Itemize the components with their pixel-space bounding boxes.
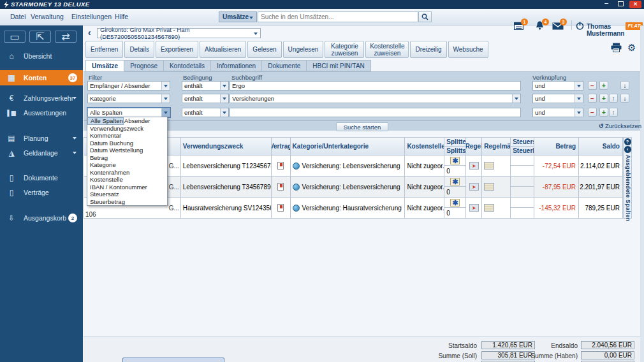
transfer-shortcut-button[interactable]: ⇱ (29, 31, 51, 43)
search-input[interactable] (258, 11, 418, 22)
dropdown-option[interactable]: Datum Buchung (87, 140, 167, 147)
sidebar-item-geldanlage[interactable]: ◮ Geldanlage (0, 147, 83, 159)
sidebar-item-vertraege[interactable]: ▯ Verträge (0, 186, 83, 199)
cell-regelmaessig[interactable] (482, 156, 511, 177)
move-up-button-3[interactable]: ↑ (609, 108, 618, 117)
kostenstelle-zuweisen-button[interactable]: Kostenstelle zuweisen (365, 41, 409, 58)
close-button[interactable]: ✕ (629, 1, 641, 8)
sidebar-item-auswertungen[interactable]: ▌▆ Auswertungen (0, 106, 83, 119)
sidebar-item-dokumente[interactable]: ▯ Dokumente (0, 171, 83, 184)
cell-vertrag[interactable] (272, 156, 291, 177)
filter-term-combobox-2[interactable]: Versicherungen (230, 94, 521, 103)
remove-filter-row-button-3[interactable]: − (588, 108, 597, 117)
add-filter-row-button-3[interactable]: + (599, 108, 608, 117)
filter-term-input-3[interactable] (230, 108, 521, 117)
filter-condition-select-3[interactable]: enthält (182, 108, 229, 117)
suche-starten-button[interactable]: Suche starten (336, 122, 388, 131)
remove-filter-row-button-1[interactable]: − (588, 81, 597, 90)
sidebar-item-planung[interactable]: ▤ Planung (0, 132, 83, 145)
sidebar-item-uebersicht[interactable]: ⌂ Übersicht (0, 50, 83, 62)
col-header-saldo[interactable]: Saldo (579, 138, 623, 156)
filter-link-select-1[interactable]: und (532, 81, 583, 90)
cell-regel[interactable]: ➤ (466, 156, 482, 177)
websuche-button[interactable]: Websuche (448, 41, 488, 58)
kategorie-zuweisen-button[interactable]: Kategorie zuweisen (325, 41, 364, 58)
col-header-vertrag[interactable]: Vertrag (272, 138, 291, 156)
cell-regel[interactable]: ➤ (466, 177, 482, 198)
entfernen-button[interactable]: Entfernen (85, 41, 123, 58)
col-header-kategorie[interactable]: Kategorie/Unterkategorie (291, 138, 406, 156)
filter-link-select-2[interactable]: und (532, 94, 583, 103)
print-icon[interactable] (611, 43, 622, 52)
filter-term-input-1[interactable] (230, 81, 521, 90)
move-down-button-1[interactable]: ↓ (620, 81, 629, 90)
dropdown-option[interactable]: Kontenrahmen (87, 169, 167, 177)
col-header-splitten[interactable]: SplittenSplitts (444, 138, 466, 156)
dropdown-option[interactable]: IBAN / Kontonummer (87, 184, 167, 191)
cell-regel[interactable]: ➤ (466, 198, 482, 219)
filter-field-select-2[interactable]: Kategorie (87, 94, 170, 103)
menu-hilfe[interactable]: Hilfe (115, 13, 128, 20)
search-button[interactable] (418, 11, 432, 22)
filter-field-select-1[interactable]: Empfänger / Absender (87, 81, 170, 90)
cell-regelmaessig[interactable] (482, 177, 511, 198)
col-header-regel[interactable]: Regel (466, 138, 482, 156)
settings-gear-icon[interactable]: ⚙ (627, 42, 636, 54)
dropdown-option[interactable]: Verwendungszweck (87, 125, 167, 133)
sync-shortcut-button[interactable]: ⇄ (55, 31, 77, 43)
dropdown-option[interactable]: Betrag (87, 154, 167, 162)
tab-hbci[interactable]: HBCI mit PIN/TAN (307, 60, 370, 71)
filter-field-select-3[interactable]: Alle Spalten (87, 108, 170, 117)
dropdown-option[interactable]: Kostenstelle (87, 176, 167, 184)
move-up-button-2[interactable]: ↑ (609, 94, 618, 103)
cell-splitten[interactable]: ✱0 (444, 198, 466, 219)
back-chevron-icon[interactable]: ‹ (88, 27, 91, 38)
dropdown-option[interactable]: Steuerbetrag (87, 198, 167, 206)
menu-verwaltung[interactable]: Verwaltung (31, 13, 64, 20)
move-down-button-2[interactable]: ↓ (620, 94, 629, 103)
dropdown-option[interactable]: Kategorie (87, 161, 167, 169)
dropdown-option[interactable]: Kommentar (87, 132, 167, 140)
cell-regelmaessig[interactable] (482, 198, 511, 219)
col-header-steuersatz[interactable]: SteuersatzSteuerbe... (511, 138, 534, 156)
cell-splitten[interactable]: ✱0 (444, 156, 466, 177)
maximize-button[interactable] (618, 1, 624, 6)
power-icon[interactable] (576, 22, 584, 30)
col-header-betrag[interactable]: Betrag (534, 138, 579, 156)
tab-umsaetze[interactable]: Umsätze (85, 60, 124, 71)
add-filter-row-button-2[interactable]: + (599, 94, 608, 103)
tab-dokumente[interactable]: Dokumente (262, 60, 307, 71)
col-header-verwendungszweck[interactable]: Verwendungszweck (181, 138, 272, 156)
search-scope-dropdown[interactable]: Umsätze (219, 11, 257, 22)
tab-informationen[interactable]: Informationen (211, 60, 262, 71)
add-filter-row-button-1[interactable]: + (599, 81, 608, 90)
banking-shortcut-button[interactable]: ▭ (4, 31, 26, 43)
remove-filter-row-button-2[interactable]: − (588, 94, 597, 103)
ungelesen-button[interactable]: Ungelesen (283, 41, 324, 58)
aktualisieren-button[interactable]: Aktualisieren (200, 41, 246, 58)
menu-einstellungen[interactable]: Einstellungen (71, 13, 112, 20)
cell-vertrag[interactable] (272, 177, 291, 198)
filter-link-select-3[interactable]: und (532, 108, 583, 117)
tab-kontodetails[interactable]: Kontodetails (164, 60, 211, 71)
minimize-button[interactable]: – (602, 0, 611, 8)
collapse-icon[interactable]: ‹ (624, 146, 631, 153)
sidebar-item-zahlungsverkehr[interactable]: € Zahlungsverkehr (0, 92, 83, 105)
dropdown-option[interactable]: Datum Wertstellung (87, 147, 167, 154)
col-header-kostenstelle[interactable]: Kostenstelle (405, 138, 444, 156)
details-button[interactable]: Details (124, 41, 154, 58)
hidden-columns-strip[interactable]: ? ‹ Ausgeblendete Spalten (623, 137, 632, 219)
zuruecksetzen-link[interactable]: ↺ Zurücksetzen (599, 122, 641, 129)
cell-vertrag[interactable] (272, 198, 291, 219)
dropdown-option[interactable]: Steuersatz (87, 191, 167, 198)
col-header-regelmaessig[interactable]: Regelmäßig (482, 138, 511, 156)
gelesen-button[interactable]: Gelesen (247, 41, 281, 58)
menu-datei[interactable]: Datei (10, 13, 26, 20)
sidebar-item-konten[interactable]: ▦ Konten 37 (0, 70, 83, 85)
account-selector[interactable]: Girokonto: Giro Max Privat - Ham (DE5720… (97, 28, 261, 38)
dropdown-option[interactable]: Alle Spalten (87, 117, 124, 125)
dreizeilig-button[interactable]: Dreizeilig (410, 41, 446, 58)
filter-condition-select-1[interactable]: enthält (182, 81, 229, 90)
tab-prognose[interactable]: Prognose (124, 60, 164, 71)
help-icon[interactable]: ? (624, 138, 631, 145)
